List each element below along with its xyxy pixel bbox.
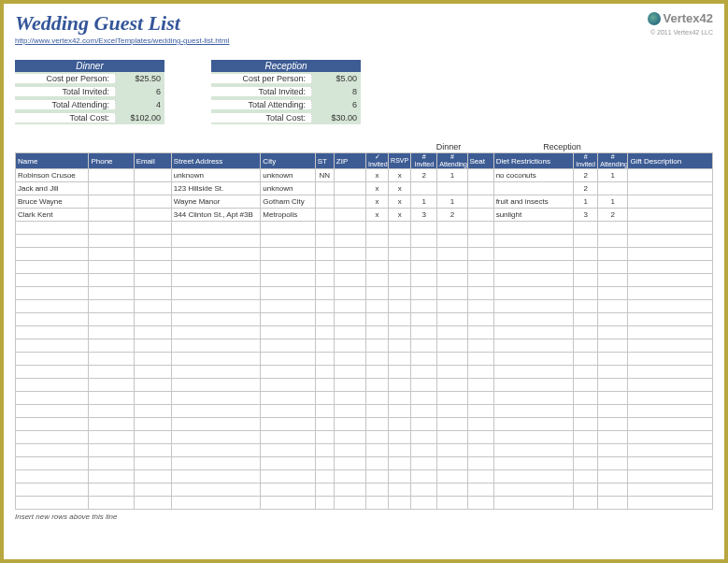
cell-empty[interactable] [315, 248, 334, 261]
cell-empty[interactable] [365, 392, 388, 405]
cell-name[interactable]: Bruce Wayne [16, 195, 89, 209]
cell-empty[interactable] [365, 484, 388, 497]
cell-empty[interactable] [389, 366, 411, 379]
cell-empty[interactable] [437, 379, 467, 392]
cell-empty[interactable] [628, 484, 713, 497]
cell-diet[interactable]: sunlight [493, 209, 573, 222]
cell-empty[interactable] [389, 248, 411, 261]
cell-empty[interactable] [628, 379, 713, 392]
cell-empty[interactable] [389, 261, 411, 274]
cell-empty[interactable] [574, 457, 598, 470]
cell-empty[interactable] [598, 392, 628, 405]
cell-empty[interactable] [365, 326, 388, 339]
cell-empty[interactable] [467, 274, 493, 287]
cell-empty[interactable] [493, 497, 573, 510]
cell-empty[interactable] [437, 326, 467, 339]
cell-empty[interactable] [315, 222, 334, 235]
cell-empty[interactable] [16, 326, 89, 339]
cell-empty[interactable] [16, 274, 89, 287]
cell-empty[interactable] [315, 470, 334, 484]
cell-empty[interactable] [89, 444, 134, 457]
cell-empty[interactable] [411, 339, 437, 353]
cell-empty[interactable] [134, 339, 171, 353]
cell-empty[interactable] [171, 274, 261, 287]
cell-empty[interactable] [437, 366, 467, 379]
cell-d_inv[interactable]: x [365, 182, 388, 195]
cell-empty[interactable] [411, 379, 437, 392]
cell-empty[interactable] [467, 392, 493, 405]
cell-empty[interactable] [628, 405, 713, 418]
cell-empty[interactable] [493, 457, 573, 470]
cell-empty[interactable] [89, 366, 134, 379]
cell-empty[interactable] [365, 470, 388, 484]
cell-empty[interactable] [171, 405, 261, 418]
cell-empty[interactable] [574, 418, 598, 431]
cell-empty[interactable] [493, 366, 573, 379]
cell-d_inv[interactable]: x [365, 195, 388, 209]
cell-st[interactable] [315, 195, 334, 209]
cell-empty[interactable] [334, 287, 365, 300]
cell-empty[interactable] [389, 274, 411, 287]
cell-empty[interactable] [389, 326, 411, 339]
cell-empty[interactable] [628, 248, 713, 261]
cell-empty[interactable] [334, 405, 365, 418]
cell-r_inv[interactable]: 2 [574, 182, 598, 195]
cell-empty[interactable] [16, 366, 89, 379]
cell-empty[interactable] [89, 274, 134, 287]
cell-empty[interactable] [261, 366, 315, 379]
cell-empty[interactable] [334, 366, 365, 379]
cell-empty[interactable] [574, 313, 598, 326]
cell-r_att[interactable] [598, 182, 628, 195]
cell-empty[interactable] [315, 392, 334, 405]
cell-empty[interactable] [134, 222, 171, 235]
cell-empty[interactable] [261, 431, 315, 444]
cell-empty[interactable] [574, 392, 598, 405]
cell-d_rsvp[interactable]: x [389, 169, 411, 182]
cell-empty[interactable] [411, 287, 437, 300]
cell-empty[interactable] [493, 484, 573, 497]
cell-empty[interactable] [574, 379, 598, 392]
cell-empty[interactable] [365, 300, 388, 313]
cell-empty[interactable] [171, 313, 261, 326]
cell-empty[interactable] [389, 405, 411, 418]
cell-empty[interactable] [171, 287, 261, 300]
cell-empty[interactable] [171, 392, 261, 405]
cell-empty[interactable] [467, 353, 493, 366]
cell-empty[interactable] [628, 353, 713, 366]
cell-empty[interactable] [574, 353, 598, 366]
cell-empty[interactable] [411, 431, 437, 444]
cell-empty[interactable] [134, 497, 171, 510]
cell-empty[interactable] [315, 431, 334, 444]
cell-empty[interactable] [493, 379, 573, 392]
cell-empty[interactable] [134, 431, 171, 444]
cell-empty[interactable] [437, 353, 467, 366]
cell-empty[interactable] [389, 313, 411, 326]
cell-empty[interactable] [315, 405, 334, 418]
cell-seat[interactable] [467, 195, 493, 209]
cell-empty[interactable] [334, 326, 365, 339]
cell-empty[interactable] [389, 392, 411, 405]
cell-empty[interactable] [89, 353, 134, 366]
cell-empty[interactable] [261, 392, 315, 405]
cell-empty[interactable] [89, 235, 134, 248]
cell-empty[interactable] [365, 261, 388, 274]
cell-empty[interactable] [261, 339, 315, 353]
cell-empty[interactable] [493, 313, 573, 326]
cell-empty[interactable] [334, 470, 365, 484]
cell-street[interactable]: 123 Hillside St. [171, 182, 261, 195]
cell-empty[interactable] [315, 326, 334, 339]
cell-empty[interactable] [89, 470, 134, 484]
cell-empty[interactable] [261, 444, 315, 457]
cell-empty[interactable] [315, 457, 334, 470]
cell-empty[interactable] [334, 235, 365, 248]
cell-empty[interactable] [171, 444, 261, 457]
cell-empty[interactable] [628, 444, 713, 457]
cell-empty[interactable] [334, 379, 365, 392]
cell-empty[interactable] [134, 379, 171, 392]
cell-diet[interactable] [493, 182, 573, 195]
cell-st[interactable]: NN [315, 169, 334, 182]
cell-empty[interactable] [261, 405, 315, 418]
cell-empty[interactable] [315, 497, 334, 510]
cell-empty[interactable] [598, 444, 628, 457]
cell-empty[interactable] [261, 300, 315, 313]
